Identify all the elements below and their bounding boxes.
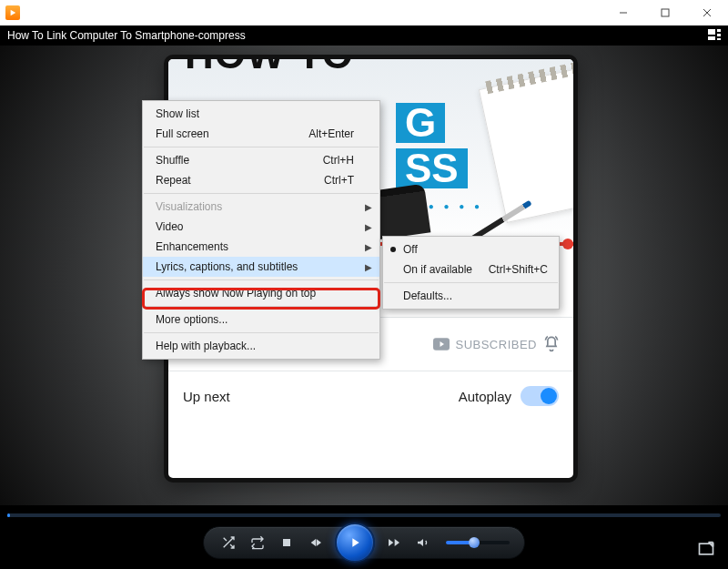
menu-repeat[interactable]: RepeatCtrl+T [143,170,379,190]
svg-rect-1 [708,29,715,35]
up-next-label: Up next [183,389,230,404]
menu-more-options[interactable]: More options... [143,310,379,330]
video-text-howto: HOW TO [185,55,354,77]
chevron-right-icon: ▶ [365,202,372,212]
video-area[interactable]: HOW TO G SS ● ● ● ● ● ● Like Dislike [0,46,728,505]
menu-visualizations: Visualizations▶ [143,197,379,217]
shortcut-label: Ctrl+Shift+C [489,263,548,276]
svg-rect-5 [717,38,721,40]
menu-show-list[interactable]: Show list [143,104,379,124]
player-controls [0,522,728,564]
video-text-badge1: G [396,103,445,143]
svg-rect-0 [662,9,669,16]
svg-rect-2 [717,29,721,32]
shortcut-label: Alt+Enter [308,127,354,140]
subscribed-label: SUBSCRIBED [455,338,537,351]
shuffle-button[interactable] [218,533,238,553]
shortcut-label: Ctrl+H [323,154,354,167]
menu-shuffle[interactable]: ShuffleCtrl+H [143,150,379,170]
video-text-badge2: SS [396,148,468,188]
context-menu: Show list Full screenAlt+Enter ShuffleCt… [142,100,380,360]
fullscreen-button[interactable] [697,540,715,558]
autoplay-label: Autoplay [459,389,511,404]
window-titlebar [0,0,728,25]
youtube-icon [433,338,450,351]
chevron-right-icon: ▶ [365,222,372,232]
subscribed-badge: SUBSCRIBED [433,334,561,355]
autoplay-toggle [521,386,559,406]
video-title: How To Link Computer To Smartphone-compr… [7,29,246,42]
mute-button[interactable] [413,533,433,553]
switch-view-icon[interactable] [708,28,721,43]
svg-rect-4 [708,36,715,40]
menu-lyrics-captions-subtitles[interactable]: Lyrics, captions, and subtitles▶ [143,257,379,277]
previous-button[interactable] [306,533,326,553]
chevron-right-icon: ▶ [365,262,372,272]
seek-bar[interactable] [7,513,721,518]
submenu-defaults[interactable]: Defaults... [383,286,559,306]
player-window: How To Link Computer To Smartphone-compr… [0,25,728,569]
svg-rect-13 [283,539,290,546]
app-icon [5,5,20,20]
play-button[interactable] [335,523,375,563]
submenu-off[interactable]: Off [383,239,559,259]
bell-icon [542,334,561,355]
context-submenu-subtitles: Off On if availableCtrl+Shift+C Defaults… [382,236,560,310]
maximize-button[interactable] [644,0,686,25]
shortcut-label: Ctrl+T [324,174,354,187]
radio-selected-icon [390,247,396,252]
minimize-button[interactable] [602,0,644,25]
chevron-right-icon: ▶ [365,242,372,252]
menu-enhancements[interactable]: Enhancements▶ [143,237,379,257]
svg-rect-3 [717,34,721,36]
submenu-on-if-available[interactable]: On if availableCtrl+Shift+C [383,259,559,279]
stop-button[interactable] [277,533,297,553]
menu-always-on-top[interactable]: Always show Now Playing on top [143,283,379,303]
menu-full-screen[interactable]: Full screenAlt+Enter [143,124,379,144]
player-caption-bar: How To Link Computer To Smartphone-compr… [0,25,728,46]
close-button[interactable] [686,0,728,25]
repeat-button[interactable] [248,533,268,553]
menu-help-playback[interactable]: Help with playback... [143,336,379,356]
next-button[interactable] [384,533,404,553]
menu-video[interactable]: Video▶ [143,217,379,237]
notepad-graphic [479,65,578,223]
volume-slider[interactable] [446,541,510,544]
